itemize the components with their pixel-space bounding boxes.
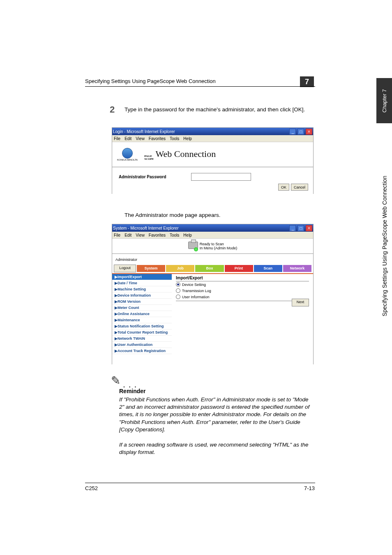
globe-icon — [122, 148, 133, 159]
minimize-icon[interactable]: _ — [289, 129, 296, 135]
sidebar: Chapter 7 — [376, 78, 392, 123]
nav-machine-setting[interactable]: ▶Machine Setting — [112, 286, 172, 292]
chapter-tab: Chapter 7 — [376, 78, 392, 123]
status-ok-icon — [194, 247, 198, 251]
nav-network-twain[interactable]: ▶Network TWAIN — [112, 336, 172, 342]
header-chapter-number: 7 — [300, 76, 314, 87]
nav-status-notification[interactable]: ▶Status Notification Setting — [112, 323, 172, 329]
radio-label: Transmission Log — [182, 289, 211, 293]
page: Specifying Settings Using PageScope Web … — [0, 0, 392, 555]
step-text: Type in the password for the machine's a… — [125, 106, 314, 113]
radio-label: User Information — [182, 295, 210, 299]
menu-file[interactable]: File — [114, 136, 120, 141]
reminder-body-1: If "Prohibit Functions when Auth. Error"… — [119, 396, 314, 433]
pagescope-text: Web Connection — [155, 149, 216, 159]
footer-left: C252 — [85, 485, 98, 491]
radio-icon — [176, 288, 180, 293]
nav-meter-count[interactable]: ▶Meter Count — [112, 305, 172, 311]
reminder-body-2: If a screen reading software is used, we… — [119, 441, 314, 456]
menu-help[interactable]: Help — [183, 233, 192, 237]
window-title: System - Microsoft Internet Explorer — [113, 226, 179, 230]
menu-favorites[interactable]: Favorites — [149, 136, 166, 141]
window-controls: _ □ × — [289, 129, 312, 135]
titlebar: Login - Microsoft Internet Explorer _ □ … — [112, 128, 313, 135]
maximize-icon[interactable]: □ — [297, 129, 304, 135]
next-button[interactable]: Next — [292, 299, 309, 306]
titlebar: System - Microsoft Internet Explorer _ □… — [112, 224, 313, 232]
dialog-buttons: OK Cancel — [278, 184, 308, 191]
sidebar-title: Specifying Settings Using PageScope Web … — [381, 131, 388, 316]
header-title: Specifying Settings Using PageScope Web … — [85, 78, 216, 84]
nav-maintenance[interactable]: ▶Maintenance — [112, 317, 172, 323]
menubar: File Edit View Favorites Tools Help — [112, 135, 313, 142]
password-input[interactable] — [191, 173, 251, 181]
printer-icon — [188, 242, 197, 251]
content-row: ▶Import/Export ▶Date / Time ▶Machine Set… — [112, 273, 313, 364]
step-number: 2 — [110, 104, 115, 115]
nav-online-assistance[interactable]: ▶Online Assistance — [112, 311, 172, 317]
pagescope-icon: PAGE SCOPE — [144, 155, 154, 160]
window-body: Ready to Scan In Menu (Admin Mode) Admin… — [112, 239, 313, 364]
close-icon[interactable]: × — [306, 129, 312, 135]
radio-device-setting[interactable]: Device Setting — [176, 281, 309, 288]
status-mode: In Menu (Admin Mode) — [200, 246, 238, 250]
menu-favorites[interactable]: Favorites — [149, 233, 166, 237]
tab-system[interactable]: System — [137, 265, 165, 272]
tab-network[interactable]: Network — [283, 265, 311, 272]
ok-button[interactable]: OK — [278, 184, 289, 191]
window-body: KONICA MINOLTA PAGE SCOPE Web Connection… — [112, 142, 313, 194]
radio-user-info[interactable]: User Information — [176, 294, 309, 300]
admin-window: System - Microsoft Internet Explorer _ □… — [112, 224, 314, 364]
radio-transmission-log[interactable]: Transmission Log — [176, 288, 309, 294]
menu-view[interactable]: View — [136, 136, 145, 141]
konica-minolta-logo: KONICA MINOLTA — [117, 148, 138, 161]
logout-button[interactable]: Logout — [114, 265, 136, 272]
pagescope-logo: PAGE SCOPE Web Connection — [144, 149, 216, 160]
tab-scan[interactable]: Scan — [254, 265, 282, 272]
footer-rule — [85, 483, 315, 483]
cancel-button[interactable]: Cancel — [291, 184, 308, 191]
tab-print[interactable]: Print — [225, 265, 253, 272]
menu-file[interactable]: File — [114, 233, 120, 237]
radio-label: Device Setting — [182, 283, 206, 287]
radio-icon — [176, 282, 180, 287]
footer-right: 7-13 — [304, 485, 315, 491]
tab-row: Logout System Job Box Print Scan Network — [112, 264, 313, 273]
menu-edit[interactable]: Edit — [125, 136, 131, 141]
left-nav: ▶Import/Export ▶Date / Time ▶Machine Set… — [112, 274, 172, 364]
right-panel: Import/Export Device Setting Transmissio… — [172, 274, 313, 364]
menu-tools[interactable]: Tools — [170, 136, 179, 141]
maximize-icon[interactable]: □ — [297, 225, 304, 231]
nav-user-auth[interactable]: ▶User Authentication — [112, 342, 172, 348]
menu-view[interactable]: View — [136, 233, 145, 237]
nav-account-track[interactable]: ▶Account Track Registration — [112, 348, 172, 354]
panel-title: Import/Export — [176, 276, 309, 281]
reminder-title: Reminder — [119, 388, 146, 394]
password-label: Administrator Password — [119, 175, 166, 179]
caption: The Administrator mode page appears. — [125, 212, 220, 218]
reminder-icon: ✎ — [111, 374, 120, 387]
menu-tools[interactable]: Tools — [170, 233, 179, 237]
nav-date-time[interactable]: ▶Date / Time — [112, 280, 172, 286]
admin-label: Administrator — [115, 258, 137, 262]
nav-device-info[interactable]: ▶Device Information — [112, 292, 172, 299]
window-title: Login - Microsoft Internet Explorer — [113, 129, 175, 134]
menubar: File Edit View Favorites Tools Help — [112, 232, 313, 239]
divider — [176, 301, 309, 301]
window-controls: _ □ × — [289, 225, 312, 231]
header-rule — [85, 86, 315, 87]
logo-row: KONICA MINOLTA PAGE SCOPE Web Connection — [112, 142, 313, 167]
nav-import-export[interactable]: ▶Import/Export — [112, 274, 172, 280]
tab-job[interactable]: Job — [166, 265, 194, 272]
radio-icon — [176, 295, 180, 299]
login-window: Login - Microsoft Internet Explorer _ □ … — [112, 127, 314, 194]
minimize-icon[interactable]: _ — [289, 225, 296, 231]
nav-total-counter-report[interactable]: ▶Total Counter Report Setting — [112, 329, 172, 336]
km-label: KONICA MINOLTA — [117, 159, 138, 161]
menu-help[interactable]: Help — [183, 136, 192, 141]
tab-box[interactable]: Box — [195, 265, 224, 272]
nav-rom-version[interactable]: ▶ROM Version — [112, 299, 172, 305]
close-icon[interactable]: × — [306, 225, 312, 231]
status-row: Ready to Scan In Menu (Admin Mode) — [112, 239, 313, 254]
menu-edit[interactable]: Edit — [125, 233, 131, 237]
